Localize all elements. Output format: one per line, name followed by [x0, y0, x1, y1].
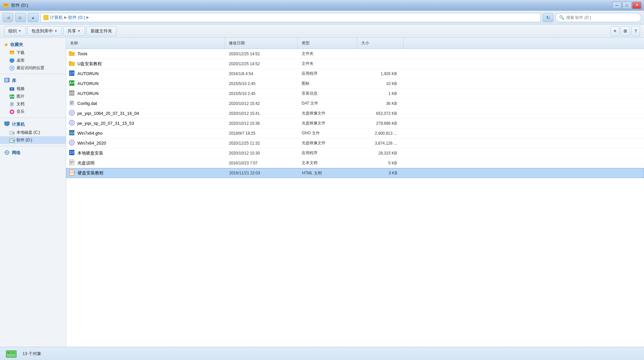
svg-rect-17	[11, 105, 13, 106]
svg-point-28	[13, 140, 14, 141]
table-row[interactable]: pe_yqs_xp_20_07_31_15_53 2020/10/12 15:3…	[66, 118, 644, 128]
forward-button[interactable]: ▶	[15, 13, 26, 22]
sidebar-computer-header[interactable]: 计算机	[0, 120, 66, 129]
svg-rect-61	[70, 162, 73, 163]
sidebar-item-recent[interactable]: 最近访问的位置	[0, 64, 66, 72]
file-name: Win7x64.gho	[77, 131, 103, 136]
sidebar-item-picture[interactable]: 图片	[0, 93, 66, 100]
network-icon	[4, 150, 10, 156]
view-list-button[interactable]: ≡	[611, 26, 619, 36]
table-row[interactable]: Config.dat 2020/10/12 15:42 DAT 文件 36 KB	[66, 99, 644, 109]
maximize-button[interactable]: □	[622, 2, 631, 9]
back-button[interactable]: ◀	[3, 13, 13, 22]
file-modified: 2020/10/12 15:42	[225, 101, 298, 106]
file-modified: 2020/12/25 14:52	[225, 62, 298, 66]
table-row[interactable]: Win7x64_2020 2020/12/25 11:32 光盘映像文件 3,8…	[66, 138, 644, 148]
forward-icon: ▶	[19, 15, 22, 20]
svg-rect-21	[4, 121, 10, 125]
search-input[interactable]	[566, 15, 638, 20]
file-type: DAT 文件	[298, 101, 357, 106]
addressbar: ◀ ▶ ▲ 计算机 ▶ 软件 (D:) ▶ ↻ 🔍	[0, 11, 644, 24]
table-row[interactable]: HTM 硬盘安装教程 2016/11/21 22:03 HTML 文档 3 KB	[66, 168, 644, 178]
sidebar-item-music[interactable]: 音乐	[0, 108, 66, 115]
file-type: 文件夹	[298, 61, 357, 67]
svg-rect-2	[4, 5, 8, 6]
table-row[interactable]: EX 本地硬盘安装 2020/10/12 15:30 应用程序 28,315 K…	[66, 148, 644, 158]
minimize-button[interactable]: ─	[612, 2, 622, 9]
file-type-icon	[69, 140, 75, 147]
help-icon: ?	[634, 28, 637, 33]
svg-point-56	[71, 142, 72, 143]
file-name: Win7x64_2020	[77, 141, 106, 146]
favorites-label: 收藏夹	[10, 42, 23, 48]
share-button[interactable]: 共享 ▼	[63, 26, 85, 36]
sidebar-item-local-c[interactable]: 本地磁盘 (C:)	[0, 129, 66, 136]
table-row[interactable]: 光盘说明 2016/10/23 7:07 文本文档 5 KB	[66, 158, 644, 168]
svg-rect-68	[11, 352, 15, 352]
file-modified: 2019/9/7 19:25	[225, 131, 298, 136]
network-label: 网络	[12, 150, 21, 156]
titlebar: 软件 (D:) ─ □ ✕	[0, 0, 644, 11]
file-size: 279,696 KB	[357, 121, 404, 126]
svg-rect-33	[69, 51, 71, 53]
column-headers: 名称 修改日期 类型 大小	[66, 38, 644, 49]
file-name: pe_yqs_xp_20_07_31_15_53	[77, 121, 134, 126]
sidebar-item-software-d[interactable]: 软件 (D:)	[0, 136, 66, 144]
picture-label: 图片	[17, 94, 24, 99]
sidebar-item-video[interactable]: 视频	[0, 85, 66, 93]
file-modified: 2020/10/12 15:36	[225, 121, 298, 126]
table-row[interactable]: EX AUTORUN 2016/1/8 4:54 应用程序 1,926 KB	[66, 69, 644, 79]
view-icon-button[interactable]: ⊞	[621, 26, 630, 36]
svg-text:EX: EX	[70, 71, 74, 75]
table-row[interactable]: Tools 2020/12/25 14:52 文件夹	[66, 49, 644, 59]
sidebar-item-desktop[interactable]: 桌面	[0, 57, 66, 64]
table-row[interactable]: INF AUTORUN 2015/5/10 2:45 安装信息 1 KB	[66, 89, 644, 99]
sidebar-favorites-header[interactable]: ★ 收藏夹	[0, 40, 66, 49]
desktop-icon	[9, 58, 15, 63]
breadcrumb-computer[interactable]: 计算机 ▶	[50, 15, 67, 21]
file-type: GHO 文件	[298, 130, 357, 136]
back-icon: ◀	[6, 15, 10, 20]
table-row[interactable]: U盘安装教程 2020/12/25 14:52 文件夹	[66, 59, 644, 69]
sidebar-network-header[interactable]: 网络	[0, 148, 66, 157]
sidebar-library-header[interactable]: 库	[0, 76, 66, 85]
desktop-label: 桌面	[17, 58, 24, 63]
svg-text:EX: EX	[70, 151, 74, 155]
local-c-label: 本地磁盘 (C:)	[17, 130, 40, 135]
svg-point-20	[12, 112, 12, 112]
table-row[interactable]: GHO Win7x64.gho 2019/9/7 19:25 GHO 文件 2,…	[66, 128, 644, 138]
breadcrumb-drive[interactable]: 软件 (D:) ▶	[68, 15, 89, 21]
file-type: 光盘映像文件	[298, 111, 357, 116]
software-d-icon	[9, 138, 15, 143]
col-size[interactable]: 大小	[357, 38, 404, 49]
organize-button[interactable]: 组织 ▼	[4, 26, 26, 36]
sidebar-item-doc[interactable]: 文档	[0, 100, 66, 108]
file-modified: 2020/12/25 14:52	[225, 52, 298, 56]
col-name[interactable]: 名称	[66, 38, 225, 49]
file-type: 光盘映像文件	[298, 140, 357, 146]
file-content: 名称 修改日期 类型 大小 Tools 2020/12/25 14:52 文件夹…	[66, 38, 644, 347]
col-modified[interactable]: 修改日期	[225, 38, 298, 49]
svg-rect-62	[70, 163, 72, 164]
window-title: 软件 (D:)	[11, 2, 28, 8]
titlebar-controls: ─ □ ✕	[612, 2, 641, 9]
file-name-cell: U盘安装教程	[66, 61, 225, 67]
file-modified: 2016/1/8 4:54	[225, 71, 298, 76]
computer-icon	[4, 121, 10, 127]
svg-text:INF: INF	[69, 92, 74, 95]
table-row[interactable]: AUTORUN 2015/5/10 2:45 图标 10 KB	[66, 79, 644, 89]
new-folder-button[interactable]: 新建文件夹	[86, 26, 116, 36]
refresh-button[interactable]: ↻	[543, 13, 553, 22]
picture-icon	[9, 94, 15, 99]
sidebar-item-downloads[interactable]: 下载	[0, 49, 66, 57]
help-button[interactable]: ?	[631, 26, 640, 36]
close-button[interactable]: ✕	[632, 2, 641, 9]
include-button[interactable]: 包含到库中 ▼	[27, 26, 62, 36]
up-button[interactable]: ▲	[28, 13, 38, 22]
breadcrumb-computer-label: 计算机	[50, 15, 63, 21]
table-row[interactable]: pe_yqs_1064_20_07_31_16_04 2020/10/12 15…	[66, 109, 644, 118]
library-label: 库	[12, 78, 16, 84]
file-name: AUTORUN	[77, 71, 99, 76]
file-name-cell: HTM 硬盘安装教程	[66, 170, 225, 177]
col-type[interactable]: 类型	[298, 38, 357, 49]
